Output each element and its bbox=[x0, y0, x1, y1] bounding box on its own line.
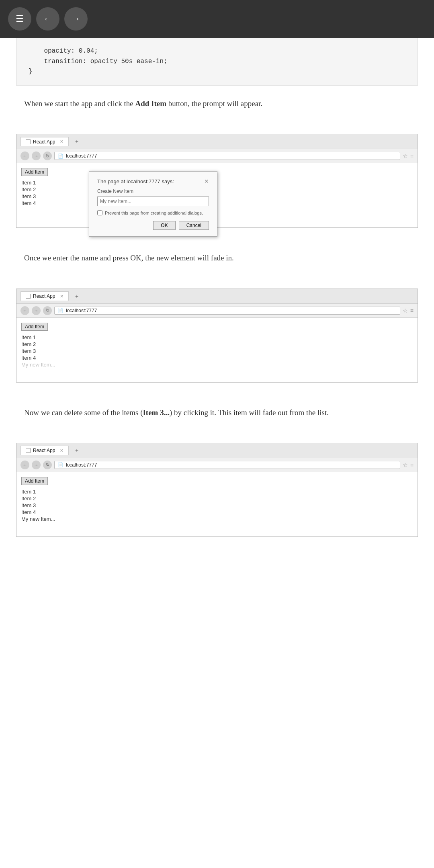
tab-icon-2 bbox=[26, 294, 31, 299]
section3-prose-after: ) by clicking it. This item will fade ou… bbox=[170, 408, 329, 417]
dialog-cancel-btn-1[interactable]: Cancel bbox=[179, 221, 209, 230]
section3-highlight: Item 3... bbox=[143, 408, 169, 417]
browser-back-2[interactable]: ← bbox=[20, 306, 29, 315]
browser-forward-3[interactable]: → bbox=[32, 461, 41, 469]
browser-forward-2[interactable]: → bbox=[32, 306, 41, 315]
url-bar-3: 📄 localhost:7777 bbox=[54, 461, 400, 469]
dialog-checkbox-row-1: Prevent this page from creating addition… bbox=[97, 210, 209, 215]
section3-prose-before: Now we can delete some of the items ( bbox=[24, 408, 143, 417]
list-item: Item 3 bbox=[21, 502, 413, 509]
browser-forward-1[interactable]: → bbox=[32, 151, 41, 160]
browser-menu-icon-2: ≡ bbox=[410, 307, 414, 314]
app-list-2: Item 1 Item 2 Item 3 Item 4 My new Item.… bbox=[21, 334, 413, 368]
url-icon-1: 📄 bbox=[58, 154, 63, 159]
star-icon-2: ☆ bbox=[403, 307, 408, 314]
browser-menu-icon-3: ≡ bbox=[410, 462, 414, 468]
list-item: Item 1 bbox=[21, 334, 413, 341]
forward-button[interactable]: → bbox=[64, 7, 88, 31]
dialog-titlebar-1: The page at localhost:7777 says: ✕ bbox=[97, 178, 209, 184]
list-item: My new Item... bbox=[21, 516, 413, 522]
browser-back-1[interactable]: ← bbox=[20, 151, 29, 160]
browser-tab-3: React App ✕ bbox=[20, 446, 69, 455]
forward-icon: → bbox=[72, 14, 80, 24]
section2-prose: Once we enter the name and press OK, the… bbox=[24, 252, 410, 264]
url-bar-1: 📄 localhost:7777 bbox=[54, 152, 400, 160]
tab-close-3: ✕ bbox=[60, 448, 63, 453]
list-item: Item 4 bbox=[21, 354, 413, 361]
url-bar-2: 📄 localhost:7777 bbox=[54, 307, 400, 315]
url-text-3: localhost:7777 bbox=[66, 462, 97, 468]
menu-icon: ☰ bbox=[16, 14, 24, 24]
section3-prose: Now we can delete some of the items (Ite… bbox=[24, 407, 410, 419]
dialog-input-1[interactable] bbox=[97, 197, 209, 206]
browser-tab-2: React App ✕ bbox=[20, 291, 69, 301]
code-line-1: opacity: 0.04; bbox=[29, 46, 405, 57]
back-button[interactable]: ← bbox=[36, 7, 59, 31]
tab-label-3: React App bbox=[33, 448, 55, 453]
browser-chrome-3: React App ✕ + bbox=[16, 443, 418, 458]
section1-prose-after: button, the prompt will appear. bbox=[166, 99, 262, 108]
url-text-2: localhost:7777 bbox=[66, 308, 97, 313]
app-add-button-1[interactable]: Add Item bbox=[21, 168, 48, 176]
browser-nav-2: ← → ↻ 📄 localhost:7777 ☆ ≡ bbox=[16, 304, 418, 318]
new-tab-btn-1: + bbox=[72, 137, 82, 146]
dialog-close-btn-1[interactable]: ✕ bbox=[204, 178, 209, 184]
tab-close-2: ✕ bbox=[60, 294, 63, 299]
list-item-faded: My new Item... bbox=[21, 361, 413, 368]
browser-reload-3[interactable]: ↻ bbox=[43, 461, 52, 469]
app-add-button-3[interactable]: Add Item bbox=[21, 477, 48, 485]
browser-tab-1: React App ✕ bbox=[20, 137, 69, 146]
tab-label-1: React App bbox=[33, 139, 55, 145]
url-text-1: localhost:7777 bbox=[66, 153, 97, 159]
browser-body-3: Add Item Item 1 Item 2 Item 3 Item 4 My … bbox=[16, 472, 418, 536]
top-bar: ☰ ← → bbox=[0, 0, 434, 38]
url-icon-2: 📄 bbox=[58, 308, 63, 313]
browser-nav-3: ← → ↻ 📄 localhost:7777 ☆ ≡ bbox=[16, 458, 418, 472]
section1-prose-before: When we start the app and click the bbox=[24, 99, 135, 108]
code-line-2: transition: opacity 50s ease-in; bbox=[29, 57, 405, 67]
dialog-checkbox-label-1: Prevent this page from creating addition… bbox=[105, 211, 203, 215]
browser-chrome-1: React App ✕ + bbox=[16, 134, 418, 149]
browser-reload-2[interactable]: ↻ bbox=[43, 306, 52, 315]
tab-label-2: React App bbox=[33, 293, 55, 299]
screenshot2: React App ✕ + ← → ↻ 📄 localhost:7777 ☆ ≡… bbox=[16, 289, 418, 383]
menu-button[interactable]: ☰ bbox=[8, 7, 31, 31]
code-line-3: } bbox=[29, 67, 405, 77]
dialog-checkbox-1[interactable] bbox=[97, 210, 102, 215]
list-item: Item 2 bbox=[21, 495, 413, 502]
code-block: opacity: 0.04; transition: opacity 50s e… bbox=[16, 38, 418, 86]
list-item: Item 3 bbox=[21, 348, 413, 354]
tab-icon-1 bbox=[26, 139, 31, 144]
app-list-3: Item 1 Item 2 Item 3 Item 4 My new Item.… bbox=[21, 488, 413, 522]
screenshot1: React App ✕ + ← → ↻ 📄 localhost:7777 ☆ ≡… bbox=[16, 134, 418, 228]
browser-menu-icon-1: ≡ bbox=[410, 153, 414, 159]
tab-icon-3 bbox=[26, 448, 31, 453]
section3: Now we can delete some of the items (Ite… bbox=[0, 395, 434, 443]
screenshot3: React App ✕ + ← → ↻ 📄 localhost:7777 ☆ ≡… bbox=[16, 443, 418, 537]
browser-chrome-2: React App ✕ + bbox=[16, 289, 418, 304]
section1-highlight: Add Item bbox=[135, 99, 166, 108]
browser-body-1: Add Item Item 1 Item 2 Item 3 Item 4 The… bbox=[16, 163, 418, 227]
dialog-ok-btn-1[interactable]: OK bbox=[153, 221, 175, 230]
browser-dialog-1: The page at localhost:7777 says: ✕ Creat… bbox=[89, 171, 217, 237]
tab-close-1: ✕ bbox=[60, 139, 63, 144]
star-icon-1: ☆ bbox=[403, 153, 408, 159]
browser-nav-1: ← → ↻ 📄 localhost:7777 ☆ ≡ bbox=[16, 149, 418, 163]
browser-reload-1[interactable]: ↻ bbox=[43, 151, 52, 160]
app-add-button-2[interactable]: Add Item bbox=[21, 323, 48, 331]
section1-prose: When we start the app and click the Add … bbox=[24, 98, 410, 110]
new-tab-btn-3: + bbox=[72, 446, 82, 455]
dialog-label-1: Create New Item bbox=[97, 188, 209, 194]
list-item: Item 4 bbox=[21, 509, 413, 516]
browser-back-3[interactable]: ← bbox=[20, 461, 29, 469]
new-tab-btn-2: + bbox=[72, 291, 82, 301]
list-item: Item 1 bbox=[21, 488, 413, 495]
back-icon: ← bbox=[43, 14, 52, 24]
dialog-title-text-1: The page at localhost:7777 says: bbox=[97, 178, 174, 184]
section2: Once we enter the name and press OK, the… bbox=[0, 240, 434, 288]
star-icon-3: ☆ bbox=[403, 462, 408, 468]
browser-body-2: Add Item Item 1 Item 2 Item 3 Item 4 My … bbox=[16, 318, 418, 382]
url-icon-3: 📄 bbox=[58, 462, 63, 467]
list-item: Item 2 bbox=[21, 341, 413, 348]
section1: When we start the app and click the Add … bbox=[0, 86, 434, 134]
